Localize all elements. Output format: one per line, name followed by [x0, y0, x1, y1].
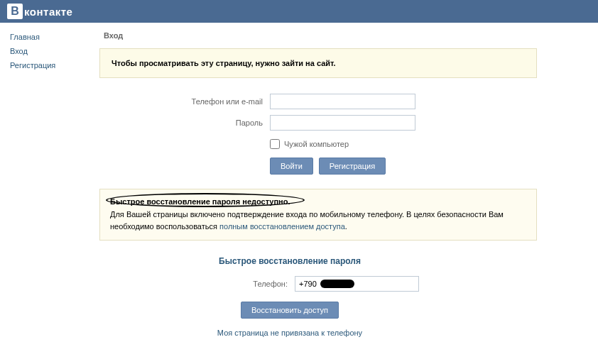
- not-linked-to-phone-link[interactable]: Моя страница не привязана к телефону: [217, 329, 362, 337]
- phone-redacted-overlay: [320, 280, 354, 288]
- logo-text: контакте: [24, 6, 72, 18]
- phone-label: Телефон:: [99, 280, 295, 288]
- email-input[interactable]: [270, 94, 415, 109]
- sidebar-item-login[interactable]: Вход: [10, 44, 99, 58]
- login-button[interactable]: Войти: [270, 158, 313, 175]
- full-recovery-link[interactable]: полным восстановлением доступа: [219, 222, 345, 231]
- password-label: Пароль: [99, 118, 270, 127]
- foreign-computer-checkbox[interactable]: [270, 139, 280, 149]
- foreign-computer-label: Чужой компьютер: [284, 140, 349, 148]
- phone-input[interactable]: [295, 276, 419, 292]
- recovery-unavailable-warning: Быстрое восстановление пароля недоступно…: [99, 189, 537, 241]
- sidebar-item-register[interactable]: Регистрация: [10, 58, 99, 72]
- email-label: Телефон или e-mail: [99, 97, 270, 106]
- main-content: Вход Чтобы просматривать эту страницу, н…: [99, 23, 547, 351]
- sidebar-item-home[interactable]: Главная: [10, 30, 99, 44]
- warning-title: Быстрое восстановление пароля недоступно…: [110, 197, 290, 206]
- quick-recovery-title: Быстрое восстановление пароля: [43, 256, 537, 266]
- logo[interactable]: В контакте: [7, 4, 72, 19]
- restore-access-button[interactable]: Восстановить доступ: [241, 302, 339, 319]
- password-input[interactable]: [270, 115, 415, 131]
- register-button[interactable]: Регистрация: [319, 158, 386, 175]
- logo-icon: В: [7, 4, 23, 19]
- page-title: Вход: [99, 23, 537, 48]
- warning-text-after: .: [345, 222, 347, 231]
- login-required-notice: Чтобы просматривать эту страницу, нужно …: [99, 48, 537, 78]
- page-header: В контакте: [0, 0, 598, 23]
